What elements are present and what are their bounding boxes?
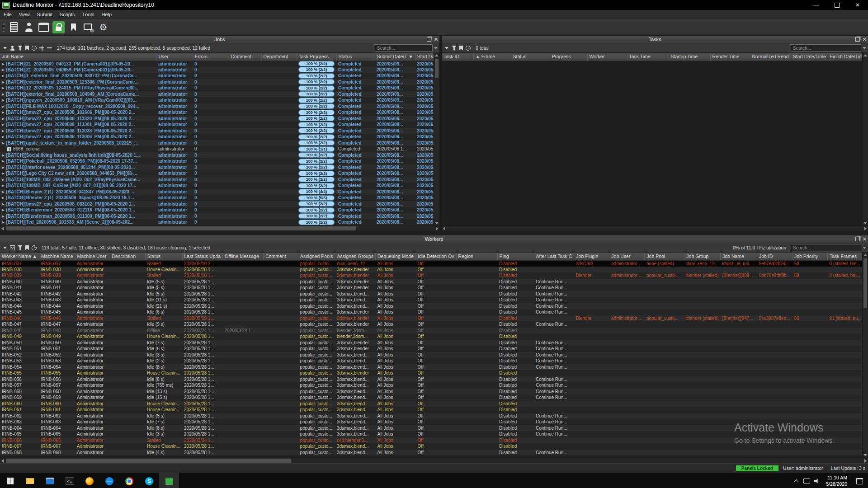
- column-header[interactable]: Job ID: [757, 253, 792, 260]
- workers-vertical-scrollbar[interactable]: [862, 253, 868, 458]
- expand-arrow-icon[interactable]: ▶: [2, 215, 4, 218]
- worker-row[interactable]: IRNB-051IRNB-051AdministratorIdle (6 s)2…: [0, 346, 868, 352]
- jobs-vertical-scrollbar[interactable]: [434, 53, 439, 225]
- menu-view[interactable]: View: [15, 10, 33, 19]
- column-header[interactable]: Assigned Pools: [298, 253, 335, 260]
- worker-row[interactable]: IRNB-066IRNB-066AdministratorStalled2020…: [0, 437, 868, 444]
- jobs-horizontal-scrollbar[interactable]: [0, 225, 439, 231]
- menu-scripts[interactable]: Scripts: [56, 10, 79, 19]
- job-row[interactable]: ▶[BATCH][100MB_002_2k0elee [AI20_002_VRa…: [0, 177, 439, 183]
- panel-splitter-horizontal[interactable]: [0, 231, 868, 235]
- close-panel-icon[interactable]: ✕: [434, 37, 438, 42]
- worker-row[interactable]: IRNB-057IRNB-057AdministratorIdle (755 m…: [0, 382, 868, 389]
- worker-row[interactable]: IRNB-050IRNB-050AdministratorIdle (7 s)2…: [0, 340, 868, 346]
- tray-network-icon[interactable]: [802, 473, 811, 488]
- workers-search-input[interactable]: [791, 244, 861, 251]
- worker-row[interactable]: IRNB-062IRNB-062AdministratorIdle (5 s)2…: [0, 413, 868, 419]
- column-header[interactable]: Errors: [193, 53, 229, 61]
- column-header[interactable]: Job Pool: [645, 253, 684, 260]
- minus-icon[interactable]: [47, 46, 52, 51]
- column-header[interactable]: Task ID: [442, 53, 473, 61]
- expand-arrow-icon[interactable]: ▶: [2, 135, 4, 138]
- worker-row[interactable]: IRNB-061IRNB-061AdministratorHouse Clean…: [0, 407, 868, 413]
- bookmark-icon[interactable]: [25, 245, 29, 250]
- worker-row[interactable]: IRNB-054IRNB-054AdministratorIdle (8 s)2…: [0, 364, 868, 371]
- job-row[interactable]: ▶[BATCH][Pokeball_20200508_052956_PM][08…: [0, 158, 439, 164]
- workers-horizontal-scrollbar[interactable]: [0, 458, 868, 463]
- bookmark-icon[interactable]: [25, 46, 29, 51]
- menu-submit[interactable]: Submit: [33, 10, 56, 19]
- column-header[interactable]: Job Priority: [792, 253, 827, 260]
- job-row[interactable]: ▶[BATCH][bmw27_cpu_20200508_102606_PM][0…: [0, 109, 439, 116]
- panel-lock-icon[interactable]: [52, 21, 65, 33]
- job-row[interactable]: ▶[BATCH][21_20200509_040133_PM [Camera00…: [0, 61, 439, 67]
- column-header[interactable]: Status: [511, 53, 550, 61]
- user-icon[interactable]: [10, 46, 15, 51]
- caret-icon[interactable]: [3, 245, 7, 250]
- job-row[interactable]: ▶[BATCH][Social living house_analysis li…: [0, 152, 439, 159]
- expand-arrow-icon[interactable]: ▶: [2, 74, 4, 77]
- column-header[interactable]: ▲ Frame: [473, 53, 511, 61]
- expand-arrow-icon[interactable]: ▶: [2, 93, 4, 96]
- job-row[interactable]: ▶[BATCH][Blenderman_20200508_011300_PM][…: [0, 213, 439, 220]
- file-explorer-icon[interactable]: [20, 473, 40, 488]
- expand-arrow-icon[interactable]: ▶: [2, 141, 4, 145]
- column-header[interactable]: Job Group: [684, 253, 721, 260]
- expand-arrow-icon[interactable]: ▶: [2, 111, 4, 114]
- worker-row[interactable]: IRNB-063IRNB-063AdministratorIdle (7 s)2…: [0, 419, 868, 425]
- tasks-horizontal-scrollbar[interactable]: [442, 225, 868, 231]
- menu-tools[interactable]: Tools: [78, 10, 98, 19]
- menu-file[interactable]: File: [0, 10, 15, 19]
- job-row[interactable]: ▶[BATCH][FILE MAX 10012010 - Copy_recove…: [0, 103, 439, 110]
- action-center-icon[interactable]: [851, 473, 868, 488]
- worker-row[interactable]: IRNB-038IRNB-038AdministratorHouse Clean…: [0, 267, 868, 273]
- column-header[interactable]: Progress: [550, 53, 587, 61]
- clock-icon[interactable]: [32, 46, 37, 51]
- expand-arrow-icon[interactable]: ▶: [2, 208, 4, 211]
- column-header[interactable]: Comment: [264, 253, 298, 260]
- expand-arrow-icon[interactable]: ▶: [2, 105, 4, 108]
- job-row[interactable]: ▶[BATCH][Blenderman_20200508_012116_PM][…: [0, 207, 439, 213]
- float-panel-icon[interactable]: [855, 237, 860, 241]
- worker-row[interactable]: IRNB-042IRNB-042AdministratorIdle (5 s)2…: [0, 291, 868, 297]
- job-row[interactable]: 38668_coronaadministrator0100 % (1/1)Com…: [0, 146, 439, 152]
- worker-row[interactable]: IRNB-045IRNB-045AdministratorIdle (6 s)2…: [0, 309, 868, 315]
- column-header[interactable]: Status: [145, 253, 182, 260]
- search-options-caret-icon[interactable]: [863, 247, 866, 249]
- expand-arrow-icon[interactable]: ▶: [2, 99, 4, 102]
- minimize-button[interactable]: —: [806, 0, 826, 10]
- bookmark-icon[interactable]: [459, 46, 463, 51]
- float-panel-icon[interactable]: [427, 37, 431, 42]
- column-header[interactable]: After Last Task C: [534, 253, 574, 260]
- clock-icon[interactable]: [32, 245, 37, 250]
- job-row[interactable]: ▶[BATCH][exterior_final_20200509_125308_…: [0, 79, 439, 85]
- worker-row[interactable]: IRNB-047IRNB-047AdministratorIdle (9 s)2…: [0, 321, 868, 328]
- column-header[interactable]: Render Time: [710, 53, 750, 61]
- worker-row[interactable]: IRNB-056IRNB-056AdministratorIdle (8 s)2…: [0, 376, 868, 383]
- worker-row[interactable]: IRNB-058IRNB-058AdministratorIdle (13 s)…: [0, 389, 868, 395]
- jobs-search-input[interactable]: [375, 44, 433, 52]
- tasks-search-input[interactable]: [791, 44, 861, 52]
- worker-row[interactable]: IRNB-068IRNB-068AdministratorIdle (4 s)2…: [0, 450, 868, 456]
- expand-arrow-icon[interactable]: ▶: [2, 184, 4, 187]
- pin-icon[interactable]: [67, 21, 80, 33]
- funnel-icon[interactable]: [18, 46, 23, 51]
- funnel-icon[interactable]: [18, 245, 23, 250]
- teamviewer-icon[interactable]: [99, 473, 119, 488]
- menu-help[interactable]: Help: [98, 10, 115, 19]
- column-header[interactable]: Worker: [587, 53, 627, 61]
- worker-row[interactable]: IRNB-064IRNB-064AdministratorIdle (8 s)2…: [0, 425, 868, 432]
- caret-icon[interactable]: [3, 46, 7, 51]
- worker-row[interactable]: IRNB-044IRNB-044AdministratorIdle (21 s)…: [0, 303, 868, 310]
- maximize-button[interactable]: [826, 0, 847, 10]
- worker-row[interactable]: IRNB-046IRNB-046AdministratorStalled2020…: [0, 315, 868, 322]
- expand-arrow-icon[interactable]: ▶: [2, 178, 4, 181]
- close-panel-icon[interactable]: ✕: [863, 37, 867, 42]
- worker-row[interactable]: IRNB-053IRNB-053AdministratorIdle (2 s)2…: [0, 358, 868, 364]
- tray-chevron-up-icon[interactable]: [792, 473, 802, 488]
- worker-row[interactable]: IRNB-049IRNB-049AdministratorHouse Clean…: [0, 333, 868, 340]
- column-header[interactable]: Department: [261, 53, 297, 61]
- column-header[interactable]: Last Status Upda: [182, 253, 223, 260]
- remote-desktop-icon[interactable]: [40, 473, 60, 488]
- worker-row[interactable]: IRNB-055IRNB-055AdministratorHouse Clean…: [0, 370, 868, 376]
